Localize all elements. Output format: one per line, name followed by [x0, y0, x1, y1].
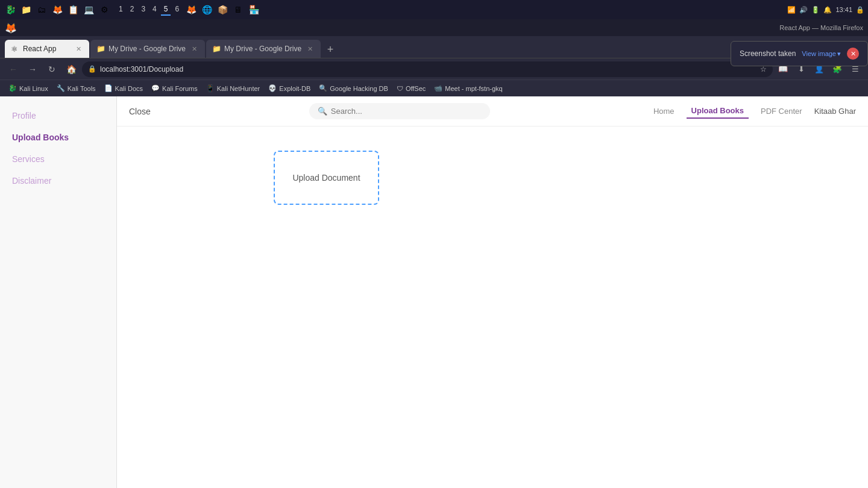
sidebar-label-services: Services	[12, 154, 45, 164]
sidebar: Profile Upload Books Services Disclaimer	[0, 96, 117, 488]
forward-button[interactable]: →	[24, 61, 41, 78]
system-tray-lock: 🔒	[856, 6, 864, 14]
nav-upload-books[interactable]: Upload Books	[687, 104, 749, 119]
search-bar: 🔍	[160, 103, 639, 119]
offsec-favicon: 🛡	[397, 85, 403, 92]
meet-favicon: 📹	[434, 84, 442, 92]
tab-title-drive2: My Drive - Google Drive	[224, 45, 301, 53]
bookmark-label-offsec: OffSec	[406, 85, 426, 92]
bookmark-label-kali-linux: Kali Linux	[19, 85, 48, 92]
kali-tools-favicon: 🔧	[57, 84, 65, 92]
workspace-numbers: 1 2 3 4 5 6	[116, 4, 182, 16]
taskbar-browser-icon[interactable]: 🌐	[200, 3, 213, 16]
workspace-5[interactable]: 5	[161, 4, 171, 16]
view-image-link[interactable]: View image ▾	[802, 50, 841, 58]
url-text: localhost:3001/Docupload	[100, 65, 756, 74]
workspace-2[interactable]: 2	[127, 4, 137, 16]
upload-dropzone[interactable]: Upload Document	[274, 151, 379, 205]
user-name: Kitaab Ghar	[814, 107, 856, 116]
system-tray-network: 📶	[787, 6, 796, 14]
bookmark-meet[interactable]: 📹 Meet - mpt-fstn-gkq	[430, 83, 506, 93]
sidebar-item-profile[interactable]: Profile	[0, 106, 116, 125]
tab-favicon-drive1: 📁	[96, 45, 105, 53]
taskbar-store-icon[interactable]: 🏪	[247, 3, 260, 16]
taskbar-settings-icon[interactable]: ⚙	[98, 3, 111, 16]
tab-close-drive2[interactable]: ✕	[305, 44, 315, 54]
browser-title-text: React App — Mozilla Firefox	[779, 24, 863, 31]
tab-favicon-drive2: 📁	[212, 45, 221, 53]
bookmark-kali-nethunter[interactable]: 📱 Kali NetHunter	[203, 83, 264, 93]
os-taskbar: 🐉 📁 🗂 🦊 📋 💻 ⚙ 1 2 3 4 5 6 🦊 🌐 📦 🖥 🏪 📶 🔊 …	[0, 0, 868, 19]
tab-google-drive-2[interactable]: 📁 My Drive - Google Drive ✕	[206, 40, 321, 58]
upload-area-container: Upload Document	[117, 127, 868, 488]
bookmarks-bar: 🐉 Kali Linux 🔧 Kali Tools 📄 Kali Docs 💬 …	[0, 80, 868, 96]
taskbar-pdf-icon[interactable]: 📋	[66, 3, 80, 16]
system-clock: 13:41	[835, 6, 852, 13]
tab-close-drive1[interactable]: ✕	[189, 44, 199, 54]
taskbar-vm-icon[interactable]: 📦	[216, 3, 229, 16]
kali-docs-favicon: 📄	[104, 84, 113, 92]
bookmark-kali-tools[interactable]: 🔧 Kali Tools	[53, 83, 99, 93]
bookmark-label-kali-forums: Kali Forums	[162, 85, 198, 92]
kali-forums-favicon: 💬	[151, 84, 160, 92]
browser-window: 🦊 React App — Mozilla Firefox Screenshot…	[0, 19, 868, 488]
workspace-1[interactable]: 1	[116, 4, 126, 16]
taskbar-firefox-icon[interactable]: 🦊	[51, 3, 64, 16]
tab-title-react-app: React App	[23, 45, 56, 53]
screenshot-notification: Screenshot taken View image ▾ ✕	[731, 41, 868, 66]
system-tray-notify: 🔔	[823, 6, 832, 14]
sidebar-label-upload-books: Upload Books	[12, 133, 69, 142]
taskbar-firefox2-icon[interactable]: 🦊	[184, 3, 198, 16]
bookmark-kali-forums[interactable]: 💬 Kali Forums	[148, 83, 201, 93]
tab-google-drive-1[interactable]: 📁 My Drive - Google Drive ✕	[90, 40, 205, 58]
search-input-wrap[interactable]: 🔍	[309, 103, 490, 119]
home-button[interactable]: 🏠	[63, 61, 80, 78]
tab-react-app[interactable]: ⚛ React App ✕	[5, 40, 89, 58]
kali-nethunter-favicon: 📱	[206, 84, 215, 92]
bookmark-kali-docs[interactable]: 📄 Kali Docs	[101, 83, 146, 93]
url-bar[interactable]: 🔒 localhost:3001/Docupload ☆	[82, 61, 773, 77]
taskbar-files-icon[interactable]: 📁	[19, 3, 33, 16]
workspace-3[interactable]: 3	[138, 4, 148, 16]
bookmark-kali-linux[interactable]: 🐉 Kali Linux	[5, 83, 52, 93]
main-area: Close 🔍 Home Upload Books PDF Center Kit…	[117, 96, 868, 488]
google-hacking-favicon: 🔍	[319, 84, 327, 92]
new-tab-button[interactable]: +	[322, 41, 339, 58]
sidebar-label-disclaimer: Disclaimer	[12, 176, 51, 186]
kali-linux-favicon: 🐉	[8, 84, 17, 92]
nav-pdf-center[interactable]: PDF Center	[756, 104, 807, 118]
workspace-6[interactable]: 6	[172, 4, 182, 16]
system-tray-battery: 🔋	[811, 6, 820, 14]
browser-title-bar: 🦊 React App — Mozilla Firefox	[0, 19, 868, 36]
taskbar-app-icon[interactable]: 🐉	[4, 3, 17, 16]
search-icon: 🔍	[318, 107, 327, 116]
search-input[interactable]	[331, 107, 482, 116]
back-button[interactable]: ←	[5, 61, 22, 78]
app-header: Close 🔍 Home Upload Books PDF Center Kit…	[117, 96, 868, 127]
bookmark-google-hacking[interactable]: 🔍 Google Hacking DB	[315, 83, 392, 93]
taskbar-terminal-icon[interactable]: 💻	[82, 3, 95, 16]
reload-button[interactable]: ↻	[43, 61, 60, 78]
chevron-down-icon: ▾	[837, 50, 841, 58]
sidebar-label-profile: Profile	[12, 111, 36, 120]
bookmark-exploit-db[interactable]: 💀 Exploit-DB	[265, 83, 314, 93]
tab-favicon-react: ⚛	[11, 45, 19, 53]
taskbar-term2-icon[interactable]: 🖥	[231, 3, 245, 16]
nav-home[interactable]: Home	[649, 104, 679, 118]
sidebar-item-upload-books[interactable]: Upload Books	[0, 128, 116, 147]
upload-label: Upload Document	[292, 173, 360, 183]
taskbar-folder-icon[interactable]: 🗂	[35, 3, 48, 16]
tab-close-react-app[interactable]: ✕	[74, 44, 83, 54]
header-right: Home Upload Books PDF Center Kitaab Ghar	[649, 104, 856, 119]
taskbar-right-area: 📶 🔊 🔋 🔔 13:41 🔒	[787, 6, 864, 14]
bookmark-label-kali-tools: Kali Tools	[68, 85, 96, 92]
bookmark-offsec[interactable]: 🛡 OffSec	[393, 84, 429, 93]
sidebar-item-disclaimer[interactable]: Disclaimer	[0, 171, 116, 190]
close-notification-button[interactable]: ✕	[847, 48, 859, 60]
sidebar-item-services[interactable]: Services	[0, 149, 116, 169]
close-button[interactable]: Close	[129, 107, 151, 116]
bookmark-label-kali-nethunter: Kali NetHunter	[217, 85, 260, 92]
workspace-4[interactable]: 4	[149, 4, 160, 16]
bookmark-label-exploit-db: Exploit-DB	[279, 85, 310, 92]
lock-icon: 🔒	[88, 65, 96, 73]
